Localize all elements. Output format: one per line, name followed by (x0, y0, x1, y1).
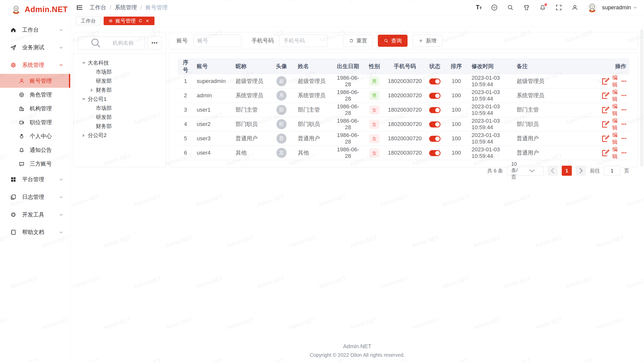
tab-account-mgmt[interactable]: 账号管理 (104, 17, 154, 25)
more-actions-icon[interactable]: ••• (621, 107, 627, 112)
theme-shirt-icon[interactable] (523, 4, 530, 11)
cell-remark: 普通用户 (513, 146, 598, 160)
filter-bar: 账号 手机号码 重置 查询 新增 (169, 32, 638, 49)
search-icon[interactable] (507, 4, 514, 11)
current-page-button[interactable]: 1 (562, 166, 572, 176)
status-toggle[interactable] (429, 78, 440, 84)
scrollbar[interactable] (640, 29, 643, 167)
tree-node[interactable]: 分公司1 (76, 95, 163, 104)
tree-node[interactable]: 研发部 (76, 76, 163, 85)
sidebar-item-personal-center[interactable]: 个人中心 (0, 129, 70, 143)
tree-node[interactable]: 财务部 (76, 85, 163, 95)
goto-page-input[interactable] (604, 166, 620, 176)
sidebar-item-org-mgmt[interactable]: 机构管理 (0, 102, 70, 115)
sidebar-item-business-test[interactable]: 业务测试 (0, 39, 70, 56)
tree-node[interactable]: 研发部 (76, 113, 163, 122)
close-icon[interactable] (145, 19, 150, 23)
username: superadmin (602, 4, 631, 11)
edit-button[interactable]: 编辑 (601, 88, 618, 103)
cell-index: 2 (178, 88, 193, 103)
prev-page-button[interactable] (548, 166, 558, 176)
menu-collapse-icon[interactable] (76, 4, 84, 11)
sidebar-item-label: 开发工具 (22, 211, 44, 218)
col-modify-time: 修改时间 (468, 59, 513, 74)
sidebar-item-thirdparty-account[interactable]: 三方账号 (0, 157, 70, 171)
status-toggle[interactable] (429, 93, 440, 99)
refresh-icon[interactable] (138, 19, 143, 23)
edit-button[interactable]: 编辑 (601, 146, 618, 160)
caret-down-icon[interactable] (82, 97, 85, 101)
more-actions-icon[interactable]: ••• (621, 93, 627, 98)
cell-birthday: 1986-06-28 (332, 117, 364, 131)
tree-node[interactable]: 大名科技 (76, 58, 163, 67)
cell-remark: 系统管理员 (513, 88, 598, 103)
topbar-actions: TT 中 superadmin (476, 3, 637, 12)
fullscreen-icon[interactable] (555, 4, 562, 11)
chevron-down-icon (59, 45, 64, 50)
tab-workbench[interactable]: 工作台 (76, 17, 101, 25)
notifications-bell-icon[interactable] (539, 4, 546, 11)
cell-gender: 女 (364, 117, 385, 131)
sidebar-item-log-mgmt[interactable]: 日志管理 (0, 188, 70, 206)
more-actions-icon[interactable]: ••• (621, 150, 627, 155)
user-menu[interactable]: superadmin (602, 4, 637, 11)
logo[interactable]: Admin.NET (0, 3, 70, 17)
cell-index: 5 (178, 131, 193, 146)
edit-button[interactable]: 编辑 (601, 117, 618, 131)
breadcrumb-item[interactable]: 工作台 (90, 4, 106, 11)
cell-index: 6 (178, 146, 193, 160)
sidebar-item-role-mgmt[interactable]: 角色管理 (0, 88, 70, 102)
account-input[interactable] (193, 34, 242, 47)
reset-button[interactable]: 重置 (343, 35, 373, 47)
status-toggle[interactable] (429, 107, 440, 113)
sidebar-item-help-docs[interactable]: 帮助文档 (0, 223, 70, 241)
more-actions-icon[interactable]: ••• (621, 122, 627, 127)
status-toggle[interactable] (429, 136, 440, 142)
query-button[interactable]: 查询 (378, 35, 408, 47)
page-size-select[interactable]: 10条/页 (507, 166, 544, 176)
status-toggle[interactable] (429, 121, 440, 127)
tree-node[interactable]: 分公司2 (76, 131, 163, 140)
cell-index: 4 (178, 117, 193, 131)
sidebar-item-system-mgmt[interactable]: 系统管理 (0, 56, 70, 74)
more-actions-icon[interactable]: ••• (621, 79, 627, 84)
edit-button[interactable]: 编辑 (601, 74, 618, 88)
sidebar-item-workbench[interactable]: 工作台 (0, 21, 70, 39)
cell-nickname: 超级管理员 (232, 74, 268, 88)
avatar: 部 (276, 105, 287, 115)
col-remark: 备注 (513, 59, 598, 74)
more-actions-icon[interactable]: ••• (621, 136, 627, 141)
col-phone: 手机号码 (385, 59, 425, 74)
org-more-button[interactable]: ••• (148, 36, 162, 50)
tree-node[interactable]: 市场部 (76, 67, 163, 76)
caret-right-icon[interactable] (82, 133, 85, 137)
language-icon[interactable]: 中 (491, 4, 498, 11)
user-icon (19, 78, 25, 84)
sidebar-item-account-mgmt[interactable]: 账号管理 (0, 74, 70, 88)
breadcrumb-item[interactable]: 系统管理 (115, 4, 137, 11)
caret-down-icon[interactable] (82, 61, 85, 65)
add-button[interactable]: 新增 (413, 35, 442, 47)
add-label: 新增 (426, 37, 436, 44)
edit-button[interactable]: 编辑 (601, 103, 618, 117)
org-search-field[interactable] (78, 36, 145, 50)
status-toggle[interactable] (429, 150, 440, 156)
sidebar-item-label: 个人中心 (30, 132, 52, 140)
sidebar-item-notice[interactable]: 通知公告 (0, 143, 70, 157)
user-avatar[interactable] (587, 3, 597, 12)
profile-person-icon[interactable] (571, 4, 578, 11)
font-size-icon[interactable]: TT (476, 5, 482, 10)
caret-right-icon[interactable] (90, 88, 93, 92)
tree-node[interactable]: 财务部 (76, 122, 163, 131)
org-search-input[interactable] (113, 40, 141, 46)
sidebar-item-position-mgmt[interactable]: 职位管理 (0, 115, 70, 129)
next-page-button[interactable] (576, 166, 586, 176)
caret-placeholder (90, 115, 93, 119)
phone-input[interactable] (279, 34, 328, 47)
sidebar-item-dev-tools[interactable]: 开发工具 (0, 206, 70, 223)
sidebar-item-platform-mgmt[interactable]: 平台管理 (0, 171, 70, 188)
tree-node[interactable]: 市场部 (76, 104, 163, 113)
edit-button[interactable]: 编辑 (601, 131, 618, 146)
content-area: ••• 大名科技 市场部 研发部 财务部 分公司1 市场部 研发部 财务部 分公… (70, 27, 644, 362)
edit-icon (601, 148, 610, 157)
